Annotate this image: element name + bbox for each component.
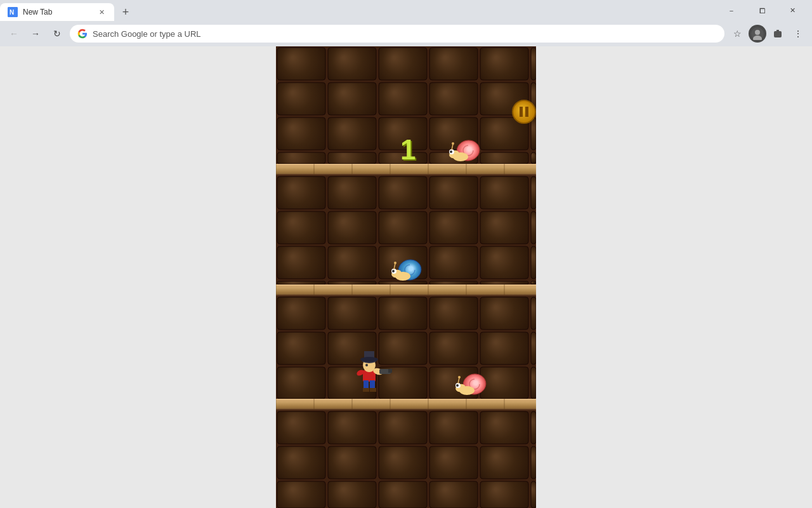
back-button[interactable]: ←	[5, 25, 23, 43]
browser-window: N New Tab ✕ + − ⧠ ✕ ← → ↻	[0, 0, 812, 508]
forward-button[interactable]: →	[27, 25, 44, 43]
maximize-button[interactable]: ⧠	[747, 0, 776, 21]
tab-favicon: N	[8, 7, 18, 17]
profile-button[interactable]	[749, 25, 766, 43]
menu-button[interactable]: ⋮	[789, 25, 807, 43]
page-content	[0, 46, 812, 508]
title-bar: N New Tab ✕ + − ⧠ ✕	[0, 0, 812, 21]
game-canvas[interactable]	[276, 46, 536, 508]
tab-title: New Tab	[23, 8, 91, 17]
address-bar[interactable]: Search Google or type a URL	[70, 25, 724, 43]
toolbar-right: ☆ ⋮	[728, 25, 807, 43]
new-tab-button[interactable]: +	[117, 3, 134, 21]
close-button[interactable]: ✕	[778, 0, 807, 21]
tab-strip: N New Tab ✕ +	[0, 0, 712, 21]
address-text: Search Google or type a URL	[93, 29, 717, 39]
close-tab-button[interactable]: ✕	[96, 7, 107, 17]
google-logo	[77, 29, 88, 39]
active-tab[interactable]: N New Tab ✕	[0, 3, 114, 21]
svg-text:N: N	[10, 9, 14, 16]
reload-button[interactable]: ↻	[48, 25, 66, 43]
window-controls: − ⧠ ✕	[712, 0, 812, 21]
toolbar: ← → ↻ Search Google or type a URL ☆	[0, 21, 812, 46]
minimize-button[interactable]: −	[717, 0, 746, 21]
svg-point-3	[755, 30, 760, 35]
game-area[interactable]	[276, 46, 536, 508]
bookmark-button[interactable]: ☆	[728, 25, 746, 43]
extensions-button[interactable]	[769, 25, 787, 43]
